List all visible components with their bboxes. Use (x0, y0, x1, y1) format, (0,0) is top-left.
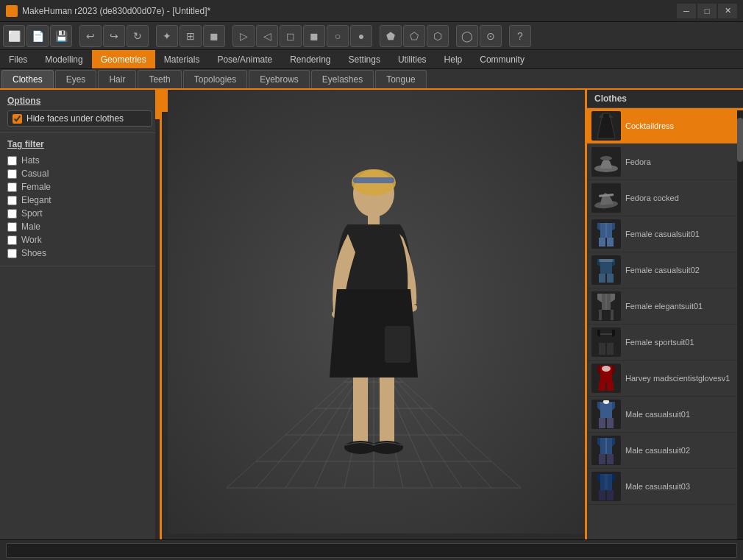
tb-persp2[interactable]: ⬠ (403, 25, 425, 47)
clothes-item-fedora[interactable]: Fedora (587, 144, 743, 180)
tb-open[interactable]: 📄 (26, 25, 49, 47)
tb-solid[interactable]: ◼ (203, 25, 225, 47)
tab-eyes[interactable]: Eyes (55, 70, 97, 88)
svg-rect-20 (368, 214, 380, 226)
svg-rect-38 (607, 274, 614, 283)
tb-left[interactable]: ◻ (280, 25, 302, 47)
clothes-item-female-casual01[interactable]: Female casualsuit01 (587, 216, 743, 252)
tb-wireframe[interactable]: ⊞ (179, 25, 202, 47)
clothes-item-harvey[interactable]: Harvey madscientistglovesv1 (587, 361, 743, 397)
tb-front[interactable]: ▷ (232, 25, 255, 47)
restore-button[interactable]: □ (697, 4, 717, 18)
fedora-name: Fedora (625, 157, 651, 166)
human-figure (315, 164, 433, 473)
menu-settings[interactable]: Settings (340, 50, 389, 68)
status-input[interactable] (6, 543, 737, 558)
tab-topologies[interactable]: Topologies (183, 70, 247, 88)
toolbar: ⬜ 📄 💾 ↩ ↪ ↻ ✦ ⊞ ◼ ▷ ◁ ◻ ◼ ○ ● ⬟ ⬠ ⬡ ◯ ⊙ … (0, 22, 743, 50)
tab-hair[interactable]: Hair (98, 70, 136, 88)
svg-rect-24 (353, 378, 368, 444)
clothes-list: Cocktaildress Fedora (587, 108, 743, 539)
viewport-left-scrollbar[interactable] (162, 90, 168, 539)
tab-eyebrows[interactable]: Eyebrows (249, 70, 310, 88)
tb-undo[interactable]: ↩ (79, 25, 102, 47)
tag-sport[interactable]: Sport (7, 207, 152, 220)
menu-utilities[interactable]: Utilities (389, 50, 436, 68)
viewport-bottom-scrollbar[interactable] (168, 534, 585, 539)
clothes-item-male-casual01[interactable]: Male casualsuit01 (587, 397, 743, 433)
tb-right[interactable]: ◼ (303, 25, 325, 47)
male-casual03-name: Male casualsuit03 (625, 482, 690, 491)
clothes-item-fedora-cocked[interactable]: Fedora cocked (587, 180, 743, 216)
clothes-item-cocktaildress[interactable]: Cocktaildress (587, 108, 743, 144)
clothes-item-male-casual03[interactable]: Male casualsuit03 (587, 469, 743, 505)
tab-teeth[interactable]: Teeth (138, 70, 181, 88)
tag-male[interactable]: Male (7, 220, 152, 233)
fedora-thumb (591, 147, 621, 177)
tb-bottom[interactable]: ● (350, 25, 372, 47)
svg-rect-61 (605, 474, 608, 490)
menu-files[interactable]: Files (0, 50, 36, 68)
tab-tongue[interactable]: Tongue (375, 70, 426, 88)
app-icon (6, 5, 18, 17)
tb-redo[interactable]: ↪ (103, 25, 125, 47)
tab-eyelashes[interactable]: Eyelashes (311, 70, 374, 88)
tag-hats[interactable]: Hats (7, 154, 152, 167)
svg-rect-34 (607, 238, 614, 247)
tb-persp3[interactable]: ⬡ (427, 25, 449, 47)
tag-sport-checkbox[interactable] (7, 209, 17, 219)
tb-back[interactable]: ◁ (256, 25, 278, 47)
tag-hats-checkbox[interactable] (7, 156, 17, 166)
tag-female[interactable]: Female (7, 180, 152, 194)
clothes-item-male-casual02[interactable]: Male casualsuit02 (587, 433, 743, 469)
hide-faces-label: Hide faces under clothes (26, 113, 124, 124)
tag-elegant[interactable]: Elegant (7, 194, 152, 207)
clothes-item-female-casual02[interactable]: Female casualsuit02 (587, 252, 743, 288)
menu-pose-animate[interactable]: Pose/Animate (208, 50, 281, 68)
male-casual02-name: Male casualsuit02 (625, 446, 690, 455)
svg-point-49 (602, 366, 611, 372)
tb-select[interactable]: ✦ (156, 25, 178, 47)
svg-rect-43 (599, 343, 605, 355)
tag-elegant-checkbox[interactable] (7, 196, 17, 205)
tag-casual-checkbox[interactable] (7, 169, 17, 179)
tb-reset[interactable]: ↻ (127, 25, 149, 47)
tb-top[interactable]: ○ (327, 25, 349, 47)
minimize-button[interactable]: ─ (677, 4, 696, 18)
menu-geometries[interactable]: Geometries (92, 50, 155, 68)
right-scrollbar[interactable] (737, 110, 743, 539)
tag-work-checkbox[interactable] (7, 235, 17, 245)
tag-casual[interactable]: Casual (7, 167, 152, 180)
tag-work[interactable]: Work (7, 233, 152, 247)
tb-camera[interactable]: ⊙ (480, 25, 502, 47)
menu-modelling[interactable]: Modelling (36, 50, 91, 68)
tag-male-label: Male (21, 221, 40, 232)
tag-female-checkbox[interactable] (7, 182, 17, 192)
tb-new[interactable]: ⬜ (3, 25, 25, 47)
hide-faces-checkbox[interactable] (13, 114, 22, 124)
tag-male-checkbox[interactable] (7, 222, 17, 232)
clothes-item-female-elegant01[interactable]: Female elegantsuit01 (587, 288, 743, 325)
harvey-thumb (591, 364, 621, 393)
tb-help[interactable]: ? (509, 25, 531, 47)
tab-clothes[interactable]: Clothes (1, 70, 54, 88)
close-button[interactable]: ✕ (718, 4, 737, 18)
menu-materials[interactable]: Materials (155, 50, 209, 68)
left-scrollbar[interactable] (155, 90, 160, 539)
tb-persp1[interactable]: ⬟ (380, 25, 402, 47)
left-panel: Options Hide faces under clothes Tag fil… (0, 90, 162, 539)
tb-save[interactable]: 💾 (50, 25, 72, 47)
tag-shoes[interactable]: Shoes (7, 247, 152, 260)
menu-help[interactable]: Help (436, 50, 472, 68)
svg-rect-59 (599, 490, 605, 500)
female-casual01-thumb (591, 219, 621, 249)
male-casual02-thumb (591, 436, 621, 465)
menu-rendering[interactable]: Rendering (281, 50, 339, 68)
tag-shoes-checkbox[interactable] (7, 249, 17, 258)
viewport-3d[interactable] (162, 90, 585, 539)
svg-rect-33 (599, 238, 605, 247)
hide-faces-option[interactable]: Hide faces under clothes (7, 110, 152, 127)
menu-community[interactable]: Community (471, 50, 533, 68)
tb-render[interactable]: ◯ (456, 25, 478, 47)
clothes-item-female-sport01[interactable]: Female sportsuit01 (587, 325, 743, 361)
